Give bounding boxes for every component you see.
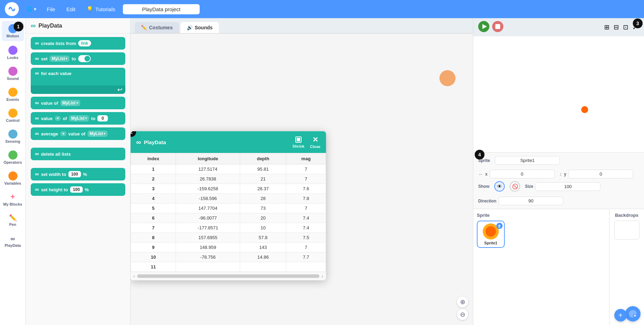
scroll-left-icon[interactable]: ‹ xyxy=(133,273,135,279)
shrink-button[interactable]: Shrink xyxy=(293,136,304,148)
add-backdrop-button[interactable]: + xyxy=(614,309,627,322)
show-hidden-button[interactable]: 🚫 xyxy=(510,181,520,192)
table-header-row: index longitude depth mag xyxy=(131,153,326,164)
show-label: Show xyxy=(478,184,489,189)
badge-1: 1 xyxy=(14,22,23,31)
set-height-block[interactable]: ∞ set height to 100 % xyxy=(31,183,125,196)
for-each-block[interactable]: ∞ for each value xyxy=(31,68,125,86)
height-input[interactable]: 100 xyxy=(70,186,83,193)
dropdown-arrow: ▾ xyxy=(66,57,67,60)
value-of-index-block[interactable]: ∞ value ▾ of MyList ▾ to 0 xyxy=(31,112,125,125)
table-body: 1127.517495.817226.78382173-159.625828.3… xyxy=(131,164,326,272)
sidebar-item-control[interactable]: Control xyxy=(2,105,24,126)
y-input[interactable] xyxy=(568,170,633,178)
sidebar-item-looks[interactable]: Looks xyxy=(2,43,24,63)
backdrop-thumb[interactable] xyxy=(614,221,639,239)
stop-button[interactable] xyxy=(492,21,503,34)
split-view-button[interactable]: ⊟ xyxy=(612,22,620,32)
sidebar-item-operators[interactable]: Operators xyxy=(2,147,24,168)
delete-all-block[interactable]: ∞ delete all lists xyxy=(31,148,125,160)
cell-longitude: -159.6258 xyxy=(176,184,240,194)
project-name-input[interactable] xyxy=(123,4,200,14)
cell-index: 6 xyxy=(131,213,176,223)
cell-depth: 28.37 xyxy=(240,184,286,194)
width-input[interactable]: 100 xyxy=(68,171,81,177)
tutorials-menu[interactable]: 💡 Tutorials xyxy=(83,4,119,14)
cell-mag: 7.7 xyxy=(286,252,326,262)
zoom-in-button[interactable]: ⊕ xyxy=(457,296,468,308)
average-block[interactable]: ∞ average ▾ value of MyList ▾ xyxy=(31,127,125,140)
tab-costumes[interactable]: ✏️ Costumes xyxy=(135,22,179,33)
data-table-wrapper[interactable]: index longitude depth mag 1127.517495.81… xyxy=(131,153,326,272)
toggle-switch[interactable] xyxy=(78,55,91,62)
table-head: index longitude depth mag xyxy=(131,153,326,164)
set-mylist-block[interactable]: ∞ set MyList ▾ to xyxy=(31,52,125,65)
cell-depth xyxy=(240,262,286,272)
cell-longitude: 147.7704 xyxy=(176,204,240,213)
sidebar-item-pen[interactable]: ✏️ Pen xyxy=(2,210,24,230)
value-mylist-dropdown[interactable]: MyList ▾ xyxy=(60,100,80,106)
sidebar-item-playdata[interactable]: ∞ PlayData xyxy=(2,231,24,251)
value-of-block[interactable]: ∞ value of MyList ▾ xyxy=(31,97,125,109)
table-row: 3-159.625828.377.6 xyxy=(131,184,326,194)
sidebar-item-sensing[interactable]: Sensing xyxy=(2,126,24,147)
value-input[interactable]: 0 xyxy=(97,115,108,121)
shrink-label: Shrink xyxy=(293,144,304,148)
average-dropdown[interactable]: ▾ xyxy=(60,131,66,136)
editor-area: ✏️ Costumes 🔊 Sounds 2 ∞ PlayData xyxy=(131,18,473,325)
for-each-container: ∞ for each value ↩ xyxy=(31,68,125,94)
mylist2-dropdown[interactable]: MyList ▾ xyxy=(69,115,89,121)
block-infinity-3-icon: ∞ xyxy=(35,70,39,76)
size-label: Size xyxy=(525,184,533,189)
scroll-right-icon[interactable]: › xyxy=(321,273,323,279)
mylist3-dropdown[interactable]: MyList ▾ xyxy=(88,131,108,137)
direction-input[interactable] xyxy=(498,197,563,205)
set-width-block[interactable]: ∞ set width to 100 % xyxy=(31,168,125,180)
cell-index: 9 xyxy=(131,243,176,252)
mylist-dropdown[interactable]: MyList ▾ xyxy=(50,56,69,62)
edit-menu[interactable]: Edit xyxy=(63,4,79,14)
stage-canvas xyxy=(473,36,644,152)
y-label: y xyxy=(564,172,567,177)
scratch-logo xyxy=(4,1,20,17)
sidebar: Motion 1 Looks Sound Events Control Sens… xyxy=(0,18,26,325)
sprite-name-input[interactable] xyxy=(495,156,560,165)
delete-all-text: delete all lists xyxy=(41,152,71,157)
x-input[interactable] xyxy=(490,170,555,178)
stage-right-button[interactable]: ⊡ xyxy=(622,22,630,32)
show-visible-button[interactable]: 👁 xyxy=(494,181,505,192)
cell-depth: 20 xyxy=(240,213,286,223)
direction-group: Direction xyxy=(478,197,563,205)
view-controls: 3 ⊞ ⊟ ⊡ ⤢ xyxy=(603,22,639,32)
sprite-info-2: Show 👁 🚫 Size Direction xyxy=(478,181,639,205)
sprite-delete-button[interactable]: 🗑 xyxy=(496,223,503,229)
sidebar-item-myblocks[interactable]: + My Blocks xyxy=(2,189,24,209)
sidebar-item-variables[interactable]: Variables xyxy=(2,168,24,189)
table-hscroll-area: ‹ › xyxy=(131,272,326,280)
sidebar-item-sound[interactable]: Sound xyxy=(2,64,24,84)
close-button[interactable]: ✕ Close xyxy=(310,135,320,149)
sound-dot xyxy=(8,67,17,76)
cell-mag xyxy=(286,262,326,272)
sprite-orange-dot xyxy=(581,106,588,113)
file-menu[interactable]: File xyxy=(43,4,59,14)
sprites-header: Sprite xyxy=(477,213,606,218)
grid-view-button[interactable]: ⊞ xyxy=(603,22,611,32)
create-lists-block[interactable]: ∞ create lists from link xyxy=(31,37,125,50)
size-input[interactable] xyxy=(535,182,600,191)
cell-longitude: -177.8571 xyxy=(176,223,240,233)
col-depth: depth xyxy=(240,153,286,164)
value-dropdown[interactable]: ▾ xyxy=(55,116,61,121)
percent-text-2: % xyxy=(85,187,89,192)
table-row: 9148.9591437 xyxy=(131,243,326,252)
cell-depth: 10 xyxy=(240,223,286,233)
sidebar-item-events[interactable]: Events xyxy=(2,84,24,105)
sprite1-thumb[interactable]: 🗑 Sprite1 xyxy=(477,221,505,248)
green-flag-button[interactable] xyxy=(478,21,489,34)
zoom-out-button[interactable]: ⊖ xyxy=(457,309,468,320)
cell-mag: 7.8 xyxy=(286,194,326,204)
tab-sounds[interactable]: 🔊 Sounds xyxy=(180,22,219,33)
globe-menu[interactable]: 🌐 ▾ xyxy=(24,5,39,13)
hscroll-bar[interactable] xyxy=(137,274,320,278)
badge-3: 3 xyxy=(633,19,643,28)
